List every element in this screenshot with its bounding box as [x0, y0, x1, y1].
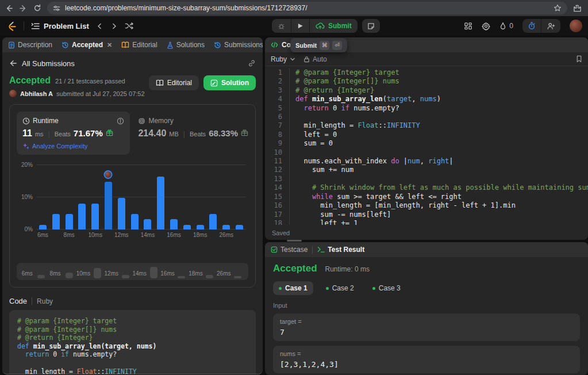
bar-cell[interactable]: 8ms [63, 165, 76, 229]
bar-cell[interactable]: 6ms [36, 165, 49, 229]
author-name[interactable]: Abhilash A [20, 90, 53, 97]
tab-accepted[interactable]: Accepted ✕ [62, 41, 112, 49]
close-tab-icon[interactable]: ✕ [107, 41, 112, 49]
bar-cell[interactable]: 16ms [167, 165, 180, 229]
browser-back-icon[interactable] [5, 4, 13, 13]
memory-block[interactable]: Memory 214.40 MB | Beats 68.33% [138, 112, 248, 155]
timer-button[interactable] [522, 19, 541, 33]
runtime-bar[interactable] [209, 214, 217, 229]
nums-field-value[interactable]: [2,3,1,2,4,3] [280, 360, 573, 369]
next-problem-icon[interactable] [110, 22, 118, 30]
brush-cell[interactable] [118, 263, 132, 280]
bar-cell[interactable] [180, 165, 194, 229]
runtime-bar[interactable] [183, 225, 191, 229]
editorial-button[interactable]: Editorial [149, 75, 199, 90]
tab-editorial[interactable]: Editorial [121, 41, 157, 49]
brush-cell[interactable]: 8ms [48, 263, 62, 280]
runtime-bar[interactable] [78, 204, 86, 229]
brush-cell[interactable]: 18ms [189, 263, 202, 280]
tab-test-result[interactable]: Test Result [317, 246, 364, 254]
runtime-bar[interactable] [236, 225, 243, 229]
url-text[interactable]: leetcode.com/problems/minimum-size-subar… [65, 4, 308, 12]
url-bar[interactable]: leetcode.com/problems/minimum-size-subar… [47, 2, 567, 14]
bar-cell[interactable]: 14ms [141, 165, 155, 229]
runtime-bar[interactable] [144, 219, 151, 229]
brush-cell[interactable]: 16ms [160, 263, 174, 280]
submit-button[interactable]: Submit [309, 19, 358, 33]
bar-cell[interactable]: 12ms [115, 165, 128, 229]
browser-forward-icon[interactable] [19, 4, 28, 13]
bar-cell[interactable] [128, 165, 141, 229]
leetcode-logo[interactable] [6, 20, 17, 32]
brush-cell[interactable] [203, 263, 217, 280]
runtime-bar[interactable] [157, 177, 164, 229]
prev-problem-icon[interactable] [96, 22, 103, 30]
tab-testcase[interactable]: Testcase [271, 246, 308, 254]
autocomplete-toggle[interactable]: Auto [303, 55, 327, 63]
runtime-bar[interactable] [52, 214, 60, 229]
runtime-bar[interactable] [91, 204, 99, 229]
runtime-bar[interactable] [118, 198, 125, 229]
bar-cell[interactable] [49, 165, 63, 229]
run-button[interactable] [291, 19, 309, 33]
notes-button[interactable] [362, 19, 380, 33]
brush-cell[interactable]: 14ms [132, 263, 146, 280]
chart-range-brush[interactable]: 6ms8ms10ms12ms14ms16ms18ms26ms [17, 263, 248, 280]
brush-cell[interactable] [231, 263, 245, 280]
debug-button[interactable] [272, 19, 291, 33]
collaborate-button[interactable] [541, 19, 560, 33]
tab-submissions[interactable]: Submissions [214, 41, 263, 49]
problem-list-button[interactable]: Problem List [31, 22, 89, 30]
brush-cell[interactable] [90, 263, 104, 280]
target-input-field[interactable]: target = 7 [273, 313, 580, 341]
bar-cell[interactable] [233, 165, 246, 229]
all-submissions-back[interactable]: All Submissions [9, 57, 256, 70]
runtime-distribution-chart[interactable]: 0%10%20% 6ms8ms10ms12ms14ms16ms18ms26ms [17, 163, 248, 250]
copy-link-icon[interactable] [248, 59, 256, 67]
bookmark-star-icon[interactable] [554, 4, 562, 12]
bar-cell[interactable] [154, 165, 167, 229]
brush-cell[interactable] [147, 263, 160, 280]
bar-cell[interactable] [102, 165, 115, 229]
bar-cell[interactable]: 18ms [194, 165, 207, 229]
site-settings-icon[interactable] [53, 5, 60, 12]
tab-description[interactable]: Description [8, 41, 52, 49]
runtime-bar[interactable] [131, 214, 139, 229]
runtime-bar[interactable] [197, 225, 204, 229]
runtime-card[interactable]: Runtime 11 ms | Beats 71.67% [17, 112, 130, 155]
settings-gear-icon[interactable] [482, 22, 490, 30]
runtime-bar[interactable] [66, 214, 73, 229]
bar-cell[interactable] [207, 165, 220, 229]
nums-input-field[interactable]: nums = [2,3,1,2,4,3] [273, 346, 580, 373]
brush-cell[interactable]: 12ms [105, 263, 118, 280]
shuffle-icon[interactable] [125, 22, 134, 30]
brush-cell[interactable]: 26ms [217, 263, 230, 280]
brush-cell[interactable] [34, 263, 48, 280]
panel-resize-handle[interactable] [287, 240, 302, 242]
brush-cell[interactable] [62, 263, 76, 280]
brush-cell[interactable] [175, 263, 189, 280]
user-avatar[interactable] [570, 20, 582, 32]
brush-cell[interactable]: 6ms [20, 263, 34, 280]
target-field-value[interactable]: 7 [280, 328, 573, 336]
bar-cell[interactable]: 10ms [89, 165, 102, 229]
case-2-tab[interactable]: Case 2 [320, 281, 360, 295]
runtime-bar[interactable] [222, 225, 230, 229]
brush-cell[interactable]: 10ms [76, 263, 90, 280]
code-editor[interactable]: 1# @param {Integer} target2# @param {Int… [265, 66, 588, 225]
case-1-tab[interactable]: Case 1 [273, 281, 313, 295]
runtime-bar[interactable] [170, 219, 178, 229]
bar-cell[interactable]: 26ms [220, 165, 233, 229]
case-3-tab[interactable]: Case 3 [367, 281, 406, 295]
info-icon[interactable] [117, 117, 124, 125]
browser-reload-icon[interactable] [33, 4, 41, 12]
tab-solutions[interactable]: Solutions [167, 41, 205, 49]
runtime-bar[interactable] [105, 182, 112, 229]
language-selector[interactable]: Ruby [271, 55, 295, 63]
solution-button[interactable]: Solution [203, 75, 256, 90]
extensions-puzzle-icon[interactable] [573, 4, 582, 13]
bookmark-icon[interactable] [576, 55, 582, 63]
streak-counter[interactable]: 0 [499, 22, 513, 30]
runtime-bar[interactable] [39, 225, 47, 229]
dashboard-grid-icon[interactable] [464, 22, 472, 30]
